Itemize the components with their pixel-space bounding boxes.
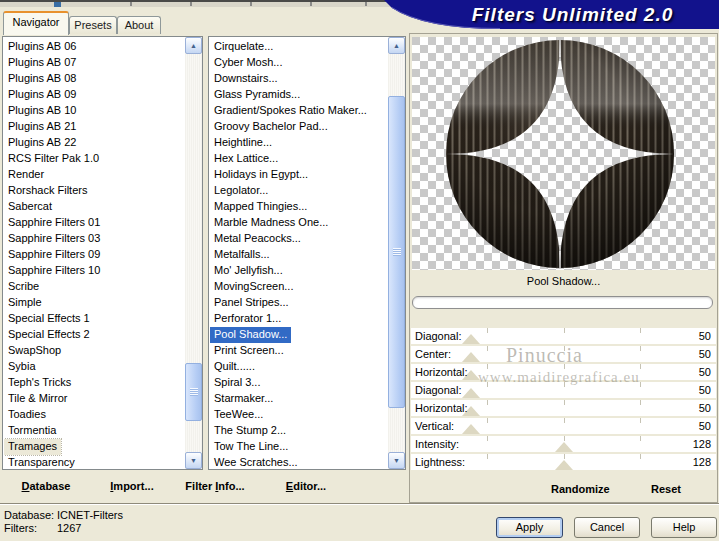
navigator-list-item[interactable]: Plugins AB 06	[4, 39, 81, 55]
slider-thumb[interactable]	[462, 388, 480, 398]
apply-button[interactable]: Apply	[496, 517, 563, 538]
navigator-list-item[interactable]: Sapphire Filters 01	[4, 215, 104, 231]
navigator-scrollbar[interactable]: ▲ ▼	[185, 37, 202, 469]
filter-list-item-selected[interactable]: Pool Shadow...	[210, 327, 291, 343]
filter-list-item[interactable]: Perforator 1...	[210, 311, 285, 327]
filter-list-item[interactable]: Print Screen...	[210, 343, 288, 359]
navigator-list-item[interactable]: Special Effects 2	[4, 327, 94, 343]
filter-list-item[interactable]: Metalfalls...	[210, 247, 274, 263]
tab-about[interactable]: About	[117, 16, 161, 34]
navigator-list-item[interactable]: Plugins AB 10	[4, 103, 81, 119]
filter-list-item[interactable]: Panel Stripes...	[210, 295, 293, 311]
slider-label: Vertical:	[415, 420, 454, 432]
navigator-list-item[interactable]: Scribe	[4, 279, 43, 295]
scroll-down-button[interactable]: ▼	[185, 452, 202, 469]
scroll-thumb[interactable]	[388, 96, 405, 408]
navigator-list-item[interactable]: Transparency	[4, 455, 79, 468]
slider-label: Intensity:	[415, 438, 459, 450]
filter-list-item[interactable]: Groovy Bachelor Pad...	[210, 119, 332, 135]
navigator-list-item-selected[interactable]: Tramages	[4, 439, 61, 455]
randomize-button[interactable]: Randomize	[551, 483, 610, 495]
navigator-list-item[interactable]: Sapphire Filters 03	[4, 231, 104, 247]
filter-list-item[interactable]: Glass Pyramids...	[210, 87, 304, 103]
filter-list-item[interactable]: Cirquelate...	[210, 39, 277, 55]
slider-lightness[interactable]: Lightness:128	[411, 454, 716, 470]
import-button[interactable]: Import...	[110, 480, 153, 492]
filter-list-item[interactable]: Hex Lattice...	[210, 151, 282, 167]
navigator-list-item[interactable]: Simple	[4, 295, 46, 311]
slider-thumb[interactable]	[462, 352, 480, 362]
database-button[interactable]: Database	[22, 480, 71, 492]
slider-tick	[640, 400, 641, 405]
filter-scrollbar[interactable]: ▲ ▼	[388, 37, 405, 469]
filter-list-item[interactable]: Legolator...	[210, 183, 272, 199]
navigator-list-item[interactable]: RCS Filter Pak 1.0	[4, 151, 103, 167]
navigator-list-item[interactable]: Sapphire Filters 09	[4, 247, 104, 263]
filter-list-item[interactable]: Metal Peacocks...	[210, 231, 305, 247]
watermark-text: www.maidiregrafica.eu	[478, 369, 640, 386]
filter-list-item[interactable]: Gradient/Spokes Ratio Maker...	[210, 103, 371, 119]
filter-list-item[interactable]: Spiral 3...	[210, 375, 264, 391]
navigator-list-item[interactable]: Plugins AB 21	[4, 119, 81, 135]
slider-tick	[487, 436, 488, 441]
slider-thumb[interactable]	[555, 460, 573, 470]
filter-info-button[interactable]: Filter Info...	[185, 480, 244, 492]
slider-value: 50	[699, 420, 711, 432]
filter-list-item[interactable]: Mo' Jellyfish...	[210, 263, 287, 279]
filter-list-item[interactable]: The Stump 2...	[210, 423, 290, 439]
slider-thumb[interactable]	[462, 424, 480, 434]
scroll-up-button[interactable]: ▲	[388, 37, 405, 54]
filter-list-item[interactable]: Holidays in Egypt...	[210, 167, 312, 183]
navigator-list-item[interactable]: Special Effects 1	[4, 311, 94, 327]
filter-list-item[interactable]: MovingScreen...	[210, 279, 297, 295]
slider-tick	[487, 346, 488, 351]
navigator-list-item[interactable]: Tile & Mirror	[4, 391, 71, 407]
filter-list-item[interactable]: Wee Scratches...	[210, 455, 302, 468]
filter-list-item[interactable]: Tow The Line...	[210, 439, 292, 455]
filter-list-item[interactable]: Mapped Thingies...	[210, 199, 311, 215]
filter-list-item[interactable]: Downstairs...	[210, 71, 282, 87]
navigator-list-item[interactable]: Sabercat	[4, 199, 56, 215]
tab-presets[interactable]: Presets	[69, 16, 117, 34]
slider-tick	[487, 328, 488, 333]
slider-horizontal[interactable]: Horizontal:50	[411, 400, 716, 416]
filter-list-item[interactable]: TeeWee...	[210, 407, 267, 423]
slider-tick	[564, 400, 565, 405]
filter-list-item[interactable]: Quilt......	[210, 359, 259, 375]
tab-navigator[interactable]: Navigator	[3, 11, 69, 35]
slider-thumb[interactable]	[555, 442, 573, 452]
slider-intensity[interactable]: Intensity:128	[411, 436, 716, 452]
navigator-list-item[interactable]: Tormentia	[4, 423, 60, 439]
slider-tick	[487, 418, 488, 423]
filter-list-item[interactable]: Starmaker...	[210, 391, 277, 407]
navigator-list-item[interactable]: Plugins AB 22	[4, 135, 81, 151]
filter-listbox: Cirquelate...Cyber Mosh...Downstairs...G…	[208, 36, 406, 470]
filter-list-item[interactable]: Cyber Mosh...	[210, 55, 286, 71]
slider-tick	[564, 418, 565, 423]
scroll-thumb[interactable]	[185, 363, 202, 421]
reset-button[interactable]: Reset	[651, 483, 681, 495]
navigator-list-item[interactable]: Plugins AB 07	[4, 55, 81, 71]
navigator-list-item[interactable]: Toadies	[4, 407, 50, 423]
cancel-button[interactable]: Cancel	[574, 517, 640, 538]
slider-diagonal[interactable]: Diagonal:50	[411, 328, 716, 344]
slider-tick	[640, 346, 641, 351]
navigator-list-item[interactable]: Render	[4, 167, 48, 183]
navigator-list-item[interactable]: Teph's Tricks	[4, 375, 75, 391]
navigator-list-item[interactable]: Sybia	[4, 359, 40, 375]
navigator-list-item[interactable]: Sapphire Filters 10	[4, 263, 104, 279]
scroll-up-button[interactable]: ▲	[185, 37, 202, 54]
editor-button[interactable]: Editor...	[286, 480, 326, 492]
scroll-down-button[interactable]: ▼	[388, 452, 405, 469]
slider-vertical[interactable]: Vertical:50	[411, 418, 716, 434]
filter-list-item[interactable]: Heightline...	[210, 135, 276, 151]
slider-thumb[interactable]	[462, 334, 480, 344]
slider-value: 128	[693, 438, 711, 450]
slider-label: Diagonal:	[415, 330, 461, 342]
help-button[interactable]: Help	[651, 517, 717, 538]
navigator-list-item[interactable]: Plugins AB 09	[4, 87, 81, 103]
navigator-list-item[interactable]: Plugins AB 08	[4, 71, 81, 87]
navigator-list-item[interactable]: Rorshack Filters	[4, 183, 91, 199]
filter-list-item[interactable]: Marble Madness One...	[210, 215, 332, 231]
navigator-list-item[interactable]: SwapShop	[4, 343, 65, 359]
